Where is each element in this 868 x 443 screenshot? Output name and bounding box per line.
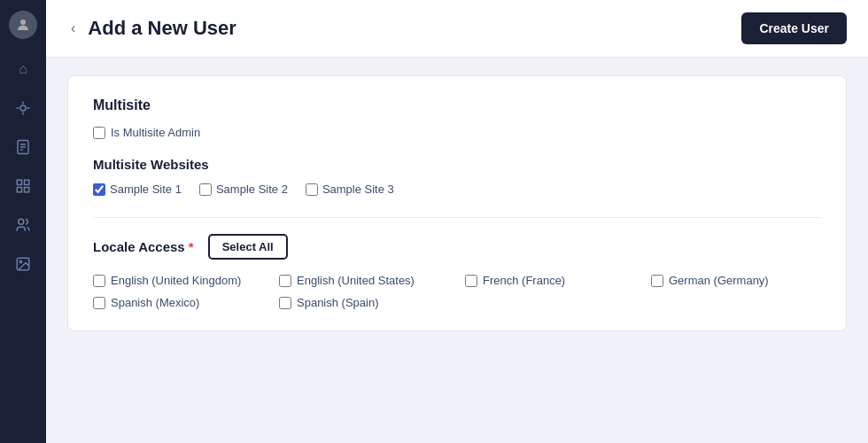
required-star: * — [189, 239, 194, 254]
site-1-checkbox[interactable] — [93, 183, 105, 196]
is-multisite-admin-checkbox[interactable] — [93, 127, 105, 139]
svg-rect-6 — [17, 180, 21, 184]
is-multisite-admin-label: Is Multisite Admin — [111, 126, 200, 139]
locale-checkboxes: English (United Kingdom) English (United… — [93, 274, 821, 309]
multisite-section-title: Multisite — [93, 97, 821, 113]
image-icon[interactable] — [7, 248, 39, 280]
locale-de-de-checkbox[interactable] — [651, 275, 663, 287]
form-card: Multisite Is Multisite Admin Multisite W… — [67, 75, 847, 331]
locale-item-es-es: Spanish (Spain) — [279, 296, 438, 309]
multisite-websites-row: Sample Site 1 Sample Site 2 Sample Site … — [93, 183, 821, 196]
site-3-checkbox[interactable] — [306, 183, 318, 196]
sidebar: ⌂ — [0, 0, 46, 443]
locale-es-es-checkbox[interactable] — [279, 297, 291, 309]
locale-item-es-mx: Spanish (Mexico) — [93, 296, 252, 309]
locale-en-uk-checkbox[interactable] — [93, 275, 105, 287]
blog-icon[interactable] — [7, 92, 39, 124]
locale-de-de-label: German (Germany) — [669, 274, 769, 287]
select-all-button[interactable]: Select All — [208, 234, 288, 260]
back-button[interactable]: ‹ — [67, 20, 79, 36]
locale-access-title-text: Locale Access — [93, 239, 189, 254]
locale-es-mx-label: Spanish (Mexico) — [111, 296, 199, 309]
svg-point-1 — [20, 105, 26, 111]
site-2-checkbox[interactable] — [199, 183, 212, 196]
users-icon[interactable] — [7, 209, 39, 241]
locale-en-us-label: English (United States) — [297, 274, 415, 287]
locale-item-en-uk: English (United Kingdom) — [93, 274, 252, 287]
svg-rect-8 — [17, 188, 21, 192]
svg-point-0 — [20, 19, 26, 25]
locale-item-en-us: English (United States) — [279, 274, 438, 287]
page-title: Add a New User — [88, 17, 236, 40]
multisite-websites-title: Multisite Websites — [93, 157, 821, 172]
document-icon[interactable] — [7, 131, 39, 163]
main-content: ‹ Add a New User Create User Multisite I… — [46, 0, 868, 443]
locale-es-es-label: Spanish (Spain) — [297, 296, 379, 309]
content-area: Multisite Is Multisite Admin Multisite W… — [46, 58, 868, 349]
site-3-label: Sample Site 3 — [322, 183, 394, 196]
divider — [93, 217, 821, 218]
locale-en-uk-label: English (United Kingdom) — [111, 274, 241, 287]
avatar — [9, 11, 37, 39]
is-multisite-admin-row: Is Multisite Admin — [93, 126, 821, 139]
svg-rect-7 — [25, 180, 29, 184]
locale-es-mx-checkbox[interactable] — [93, 297, 105, 309]
locale-access-title: Locale Access * — [93, 239, 194, 254]
locale-fr-fr-label: French (France) — [483, 274, 565, 287]
svg-point-12 — [19, 260, 21, 262]
locale-fr-fr-checkbox[interactable] — [465, 275, 477, 287]
locale-item-de-de: German (Germany) — [651, 274, 810, 287]
site-2-label: Sample Site 2 — [216, 183, 288, 196]
grid-icon[interactable] — [7, 170, 39, 202]
locale-access-header: Locale Access * Select All — [93, 234, 821, 260]
site-1-label: Sample Site 1 — [110, 183, 182, 196]
home-icon[interactable]: ⌂ — [7, 53, 39, 85]
page-header: ‹ Add a New User Create User — [46, 0, 868, 58]
svg-rect-9 — [25, 188, 29, 192]
locale-item-fr-fr: French (France) — [465, 274, 624, 287]
svg-point-10 — [19, 219, 24, 224]
create-user-button[interactable]: Create User — [741, 12, 847, 44]
site-3-item: Sample Site 3 — [306, 183, 394, 196]
locale-en-us-checkbox[interactable] — [279, 275, 291, 287]
site-1-item: Sample Site 1 — [93, 183, 182, 196]
header-left: ‹ Add a New User — [67, 17, 236, 40]
site-2-item: Sample Site 2 — [199, 183, 288, 196]
